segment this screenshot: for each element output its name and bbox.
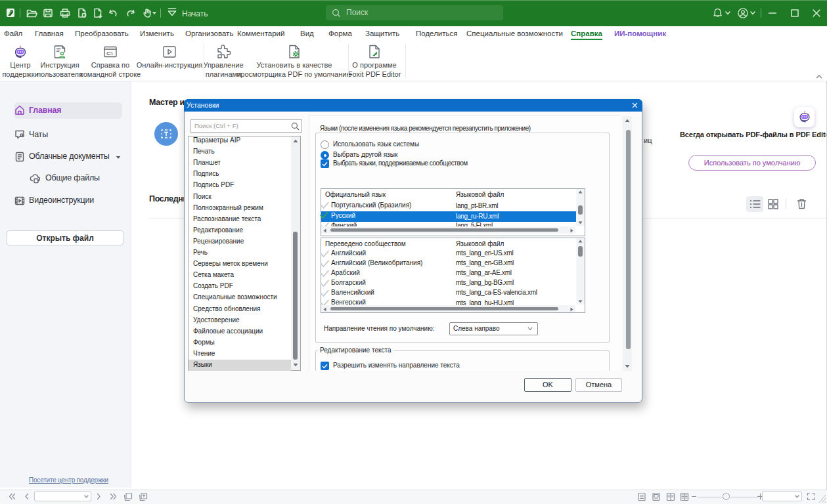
svg-text:C:\: C:\	[106, 51, 112, 56]
